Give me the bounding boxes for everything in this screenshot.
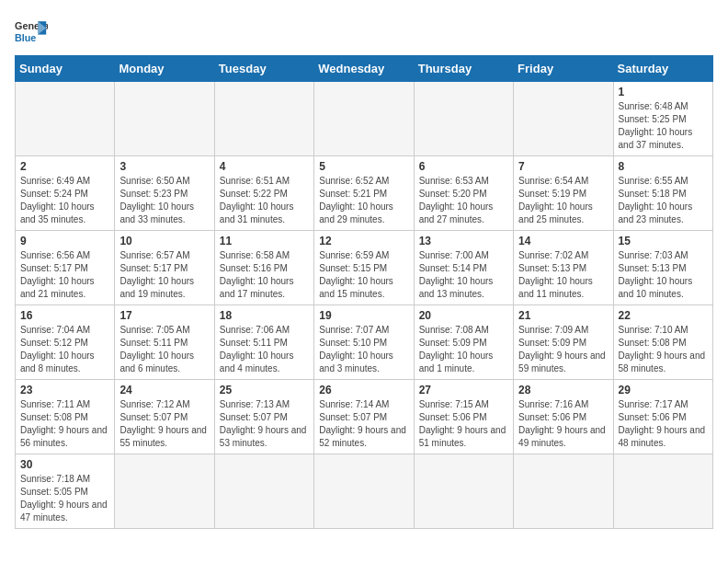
weekday-header-row: SundayMondayTuesdayWednesdayThursdayFrid… bbox=[16, 56, 713, 82]
generalblue-logo-icon: General Blue bbox=[15, 15, 48, 48]
day-number: 4 bbox=[220, 160, 309, 173]
calendar-cell bbox=[514, 82, 613, 156]
day-info: Sunrise: 7:02 AM Sunset: 5:13 PM Dayligh… bbox=[518, 249, 608, 301]
day-info: Sunrise: 6:56 AM Sunset: 5:17 PM Dayligh… bbox=[20, 249, 109, 301]
calendar-week-5: 30Sunrise: 7:18 AM Sunset: 5:05 PM Dayli… bbox=[16, 454, 713, 529]
calendar-cell: 15Sunrise: 7:03 AM Sunset: 5:13 PM Dayli… bbox=[613, 231, 712, 305]
logo: General Blue bbox=[15, 15, 48, 48]
day-info: Sunrise: 6:53 AM Sunset: 5:20 PM Dayligh… bbox=[419, 175, 508, 226]
calendar-week-0: 1Sunrise: 6:48 AM Sunset: 5:25 PM Daylig… bbox=[16, 82, 713, 156]
day-info: Sunrise: 6:51 AM Sunset: 5:22 PM Dayligh… bbox=[220, 175, 309, 226]
day-info: Sunrise: 6:50 AM Sunset: 5:23 PM Dayligh… bbox=[119, 175, 209, 226]
day-number: 1 bbox=[619, 86, 708, 98]
day-info: Sunrise: 7:08 AM Sunset: 5:09 PM Dayligh… bbox=[419, 324, 508, 375]
day-number: 7 bbox=[518, 160, 608, 173]
calendar-cell: 30Sunrise: 7:18 AM Sunset: 5:05 PM Dayli… bbox=[16, 454, 115, 529]
day-info: Sunrise: 6:49 AM Sunset: 5:24 PM Dayligh… bbox=[20, 175, 109, 226]
day-number: 9 bbox=[20, 235, 109, 247]
day-number: 26 bbox=[319, 384, 408, 396]
day-info: Sunrise: 7:14 AM Sunset: 5:07 PM Dayligh… bbox=[319, 398, 408, 450]
calendar-cell: 2Sunrise: 6:49 AM Sunset: 5:24 PM Daylig… bbox=[16, 156, 115, 231]
day-number: 19 bbox=[319, 309, 408, 322]
calendar-cell bbox=[214, 454, 313, 529]
day-info: Sunrise: 6:57 AM Sunset: 5:17 PM Dayligh… bbox=[119, 249, 209, 301]
day-number: 13 bbox=[419, 235, 508, 247]
calendar-cell bbox=[514, 454, 613, 529]
day-info: Sunrise: 7:15 AM Sunset: 5:06 PM Dayligh… bbox=[419, 398, 508, 450]
day-number: 16 bbox=[20, 309, 109, 322]
weekday-header-tuesday: Tuesday bbox=[214, 56, 313, 82]
day-number: 20 bbox=[419, 309, 508, 322]
calendar-cell: 27Sunrise: 7:15 AM Sunset: 5:06 PM Dayli… bbox=[414, 380, 513, 454]
calendar-cell: 12Sunrise: 6:59 AM Sunset: 5:15 PM Dayli… bbox=[314, 231, 414, 305]
day-info: Sunrise: 7:10 AM Sunset: 5:08 PM Dayligh… bbox=[619, 324, 708, 375]
day-number: 15 bbox=[619, 235, 708, 247]
day-number: 27 bbox=[419, 384, 508, 396]
day-info: Sunrise: 7:18 AM Sunset: 5:05 PM Dayligh… bbox=[20, 473, 109, 524]
calendar-cell: 4Sunrise: 6:51 AM Sunset: 5:22 PM Daylig… bbox=[214, 156, 313, 231]
calendar-cell bbox=[115, 82, 214, 156]
calendar-cell bbox=[314, 454, 414, 529]
day-number: 29 bbox=[619, 384, 708, 396]
calendar-cell: 19Sunrise: 7:07 AM Sunset: 5:10 PM Dayli… bbox=[314, 305, 414, 380]
calendar-cell: 16Sunrise: 7:04 AM Sunset: 5:12 PM Dayli… bbox=[16, 305, 115, 380]
day-info: Sunrise: 7:13 AM Sunset: 5:07 PM Dayligh… bbox=[220, 398, 309, 450]
day-info: Sunrise: 7:06 AM Sunset: 5:11 PM Dayligh… bbox=[220, 324, 309, 375]
calendar-cell: 7Sunrise: 6:54 AM Sunset: 5:19 PM Daylig… bbox=[514, 156, 613, 231]
weekday-header-friday: Friday bbox=[514, 56, 613, 82]
calendar-cell bbox=[314, 82, 414, 156]
calendar-cell: 20Sunrise: 7:08 AM Sunset: 5:09 PM Dayli… bbox=[414, 305, 513, 380]
calendar-cell: 3Sunrise: 6:50 AM Sunset: 5:23 PM Daylig… bbox=[115, 156, 214, 231]
calendar-cell: 18Sunrise: 7:06 AM Sunset: 5:11 PM Dayli… bbox=[214, 305, 313, 380]
calendar-cell: 28Sunrise: 7:16 AM Sunset: 5:06 PM Dayli… bbox=[514, 380, 613, 454]
calendar-cell: 17Sunrise: 7:05 AM Sunset: 5:11 PM Dayli… bbox=[115, 305, 214, 380]
day-number: 12 bbox=[319, 235, 408, 247]
weekday-header-saturday: Saturday bbox=[613, 56, 712, 82]
calendar-cell: 13Sunrise: 7:00 AM Sunset: 5:14 PM Dayli… bbox=[414, 231, 513, 305]
calendar-cell bbox=[16, 82, 115, 156]
calendar-cell: 1Sunrise: 6:48 AM Sunset: 5:25 PM Daylig… bbox=[613, 82, 712, 156]
calendar-cell bbox=[414, 454, 513, 529]
calendar-cell bbox=[115, 454, 214, 529]
day-info: Sunrise: 6:58 AM Sunset: 5:16 PM Dayligh… bbox=[220, 249, 309, 301]
day-number: 28 bbox=[518, 384, 608, 396]
day-info: Sunrise: 7:12 AM Sunset: 5:07 PM Dayligh… bbox=[119, 398, 209, 450]
calendar-cell bbox=[214, 82, 313, 156]
weekday-header-sunday: Sunday bbox=[16, 56, 115, 82]
calendar-week-1: 2Sunrise: 6:49 AM Sunset: 5:24 PM Daylig… bbox=[16, 156, 713, 231]
weekday-header-wednesday: Wednesday bbox=[314, 56, 414, 82]
calendar-week-3: 16Sunrise: 7:04 AM Sunset: 5:12 PM Dayli… bbox=[16, 305, 713, 380]
day-number: 14 bbox=[518, 235, 608, 247]
day-info: Sunrise: 6:54 AM Sunset: 5:19 PM Dayligh… bbox=[518, 175, 608, 226]
day-info: Sunrise: 7:17 AM Sunset: 5:06 PM Dayligh… bbox=[619, 398, 708, 450]
day-info: Sunrise: 7:11 AM Sunset: 5:08 PM Dayligh… bbox=[20, 398, 109, 450]
calendar-cell: 10Sunrise: 6:57 AM Sunset: 5:17 PM Dayli… bbox=[115, 231, 214, 305]
calendar-cell: 5Sunrise: 6:52 AM Sunset: 5:21 PM Daylig… bbox=[314, 156, 414, 231]
calendar-week-4: 23Sunrise: 7:11 AM Sunset: 5:08 PM Dayli… bbox=[16, 380, 713, 454]
calendar-cell: 25Sunrise: 7:13 AM Sunset: 5:07 PM Dayli… bbox=[214, 380, 313, 454]
calendar-cell bbox=[613, 454, 712, 529]
day-info: Sunrise: 7:09 AM Sunset: 5:09 PM Dayligh… bbox=[518, 324, 608, 375]
day-number: 3 bbox=[119, 160, 209, 173]
calendar-cell: 26Sunrise: 7:14 AM Sunset: 5:07 PM Dayli… bbox=[314, 380, 414, 454]
calendar-cell: 21Sunrise: 7:09 AM Sunset: 5:09 PM Dayli… bbox=[514, 305, 613, 380]
calendar-cell bbox=[414, 82, 513, 156]
day-number: 8 bbox=[619, 160, 708, 173]
day-info: Sunrise: 6:55 AM Sunset: 5:18 PM Dayligh… bbox=[619, 175, 708, 226]
day-info: Sunrise: 7:16 AM Sunset: 5:06 PM Dayligh… bbox=[518, 398, 608, 450]
day-number: 18 bbox=[220, 309, 309, 322]
calendar-week-2: 9Sunrise: 6:56 AM Sunset: 5:17 PM Daylig… bbox=[16, 231, 713, 305]
calendar-cell: 22Sunrise: 7:10 AM Sunset: 5:08 PM Dayli… bbox=[613, 305, 712, 380]
weekday-header-monday: Monday bbox=[115, 56, 214, 82]
calendar-cell: 29Sunrise: 7:17 AM Sunset: 5:06 PM Dayli… bbox=[613, 380, 712, 454]
calendar-cell: 9Sunrise: 6:56 AM Sunset: 5:17 PM Daylig… bbox=[16, 231, 115, 305]
weekday-header-thursday: Thursday bbox=[414, 56, 513, 82]
day-number: 11 bbox=[220, 235, 309, 247]
day-number: 5 bbox=[319, 160, 408, 173]
calendar-cell: 24Sunrise: 7:12 AM Sunset: 5:07 PM Dayli… bbox=[115, 380, 214, 454]
calendar-cell: 23Sunrise: 7:11 AM Sunset: 5:08 PM Dayli… bbox=[16, 380, 115, 454]
day-number: 6 bbox=[419, 160, 508, 173]
day-number: 30 bbox=[20, 458, 109, 471]
calendar-cell: 11Sunrise: 6:58 AM Sunset: 5:16 PM Dayli… bbox=[214, 231, 313, 305]
day-info: Sunrise: 7:00 AM Sunset: 5:14 PM Dayligh… bbox=[419, 249, 508, 301]
